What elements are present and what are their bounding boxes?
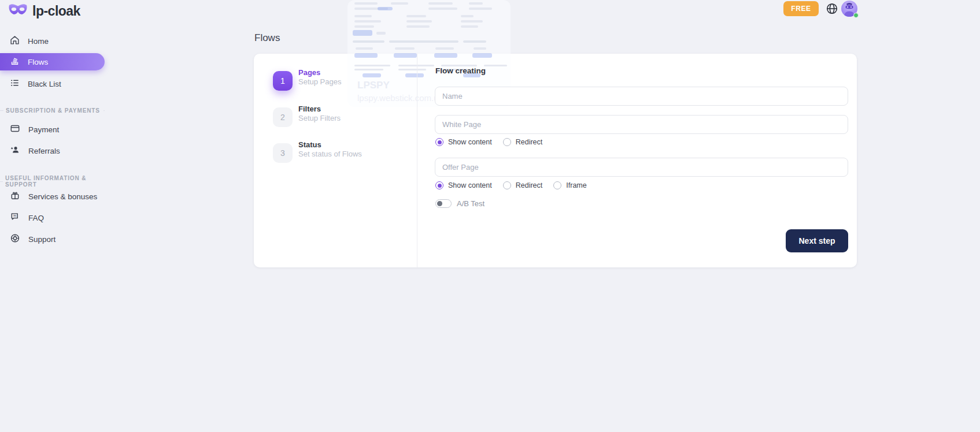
offer-page-radio-redirect[interactable]: Redirect	[503, 181, 543, 189]
radio-selected-icon	[435, 181, 443, 189]
white-page-input[interactable]	[435, 115, 848, 134]
white-page-radio-redirect[interactable]: Redirect	[503, 138, 543, 146]
step-1-badge[interactable]: 1	[273, 71, 293, 91]
sidebar-item-home[interactable]: Home	[0, 32, 116, 50]
form-title: Flow creating	[435, 66, 486, 75]
gift-icon	[10, 191, 20, 202]
sidebar-item-label: Referrals	[28, 147, 60, 155]
radio-unselected-icon	[503, 138, 511, 146]
sidebar-item-referrals[interactable]: Referrals	[0, 142, 116, 159]
radio-selected-icon	[435, 138, 443, 146]
brand-name: lp-cloak	[32, 3, 80, 19]
toggle-knob	[437, 201, 442, 206]
referral-user-icon	[10, 145, 20, 157]
sidebar-item-services-bonuses[interactable]: Services & bonuses	[0, 188, 116, 205]
white-page-radio-group: Show content Redirect	[435, 138, 542, 146]
ab-test-toggle[interactable]	[435, 199, 452, 208]
credit-card-icon	[10, 124, 20, 135]
step-2-title: Filters	[298, 105, 321, 113]
sidebar-item-label: Services & bonuses	[28, 192, 97, 201]
offer-page-input[interactable]	[435, 158, 848, 177]
offer-page-radio-iframe[interactable]: Iframe	[553, 181, 586, 189]
sidebar-item-black-list[interactable]: Black List	[0, 75, 116, 92]
step-1-title: Pages	[298, 68, 320, 77]
ab-test-toggle-row: A/B Test	[435, 199, 485, 208]
step-3-subtitle: Set status of Flows	[298, 150, 362, 158]
online-status-dot	[853, 13, 859, 18]
page-title: Flows	[254, 32, 280, 44]
name-input[interactable]	[435, 87, 848, 106]
svg-text:?!: ?!	[13, 214, 16, 218]
radio-unselected-icon	[503, 181, 511, 189]
step-3-badge[interactable]: 3	[273, 143, 293, 163]
faq-bubble-icon: ?!	[10, 212, 20, 224]
sidebar-item-label: FAQ	[28, 214, 44, 222]
step-3-title: Status	[298, 140, 321, 149]
sidebar-section-support: USEFUL INFORMATION & SUPPORT	[0, 175, 105, 188]
sidebar-item-label: Black List	[28, 80, 61, 88]
sidebar-item-support[interactable]: Support	[0, 230, 116, 248]
step-1-subtitle: Setup Pages	[298, 77, 341, 86]
next-step-button[interactable]: Next step	[786, 229, 848, 252]
brand-logo[interactable]: lp-cloak	[8, 3, 80, 20]
home-icon	[10, 35, 20, 47]
step-2-subtitle: Setup Filters	[298, 114, 341, 122]
sidebar-item-faq[interactable]: ?! FAQ	[0, 209, 116, 226]
offer-page-radio-group: Show content Redirect Iframe	[435, 181, 587, 189]
list-icon	[10, 78, 20, 90]
sidebar-item-label: Flows	[28, 58, 48, 66]
flows-stack-icon	[10, 56, 20, 68]
radio-unselected-icon	[553, 181, 561, 189]
sidebar-item-label: Home	[28, 37, 49, 46]
lifebuoy-icon	[10, 233, 20, 245]
sidebar-item-payment[interactable]: Payment	[0, 121, 116, 138]
mask-logo-icon	[8, 3, 28, 20]
flow-creating-form: Flow creating Show content Redirect Show…	[417, 54, 857, 267]
plan-badge[interactable]: FREE	[783, 1, 819, 16]
step-2-badge[interactable]: 2	[273, 107, 293, 127]
user-avatar[interactable]	[841, 1, 857, 17]
white-page-radio-show-content[interactable]: Show content	[435, 138, 492, 146]
sidebar-item-label: Support	[28, 235, 56, 244]
offer-page-radio-show-content[interactable]: Show content	[435, 181, 492, 189]
sidebar-section-subscription: SUBSCRIPTION & PAYMENTS	[0, 107, 105, 114]
language-globe-icon[interactable]	[826, 2, 838, 15]
ab-test-label: A/B Test	[457, 199, 485, 208]
sidebar-item-flows[interactable]: Flows	[0, 53, 105, 70]
flow-stepper: 1 Pages Setup Pages 2 Filters Setup Filt…	[254, 54, 417, 267]
sidebar-item-label: Payment	[28, 125, 59, 134]
